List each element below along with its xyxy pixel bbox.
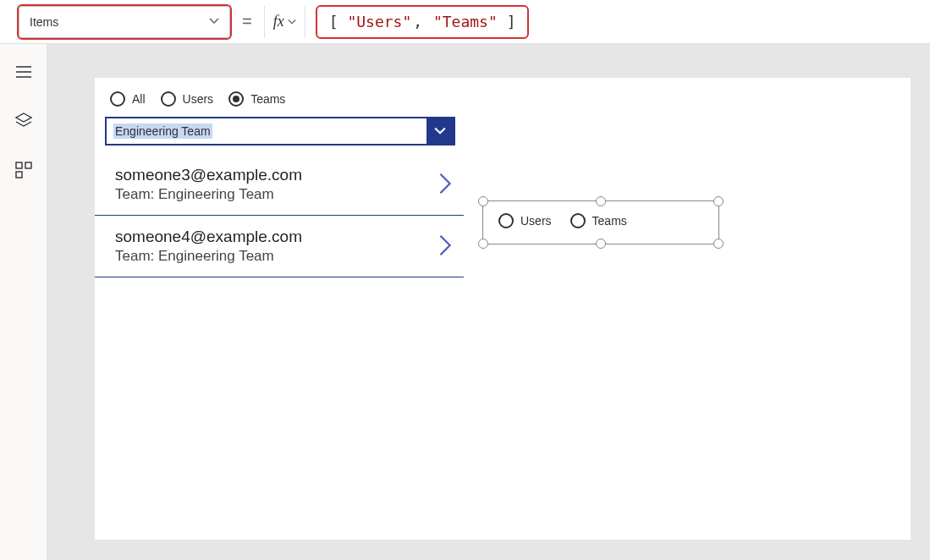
formula-input[interactable]: [ "Users" , "Teams" ]	[317, 7, 528, 37]
resize-handle[interactable]	[596, 196, 606, 206]
selected-radio-control[interactable]: Users Teams	[482, 200, 719, 244]
equals-sign: =	[242, 12, 252, 31]
chevron-down-icon	[426, 118, 454, 144]
radio-label: Users	[183, 92, 214, 106]
team-dropdown[interactable]: Engineering Team	[105, 117, 455, 145]
list-item[interactable]: someone3@example.com Team: Engineering T…	[95, 154, 464, 216]
radio-users[interactable]: Users	[161, 91, 214, 107]
formula-string: "Teams"	[433, 13, 498, 30]
list-item-primary: someone4@example.com	[115, 228, 302, 246]
workspace: All Users Teams Engineering Team	[0, 44, 930, 560]
property-selector[interactable]: Items	[19, 6, 230, 38]
radio-dot-icon	[161, 91, 176, 107]
resize-handle[interactable]	[713, 196, 724, 206]
radio-teams[interactable]: Teams	[228, 91, 285, 107]
layers-icon[interactable]	[14, 112, 33, 130]
results-list: someone3@example.com Team: Engineering T…	[95, 154, 464, 277]
resize-handle[interactable]	[713, 239, 724, 249]
canvas-wrap: All Users Teams Engineering Team	[47, 44, 930, 560]
radio-dot-icon	[110, 91, 125, 107]
radio-teams-design[interactable]: Teams	[570, 213, 627, 228]
list-item-secondary: Team: Engineering Team	[115, 186, 302, 203]
fx-button[interactable]: fx	[264, 6, 305, 38]
list-item-primary: someone3@example.com	[115, 166, 302, 184]
dropdown-value: Engineering Team	[107, 118, 426, 144]
hamburger-icon[interactable]	[14, 63, 33, 81]
resize-handle[interactable]	[478, 196, 488, 206]
radio-group-top: All Users Teams	[95, 78, 911, 107]
svg-rect-2	[16, 172, 22, 178]
property-selector-label: Items	[30, 15, 58, 29]
formula-string: "Users"	[347, 13, 411, 30]
formula-bracket-close: ]	[507, 13, 516, 30]
list-item-secondary: Team: Engineering Team	[115, 248, 302, 265]
left-rail	[0, 44, 47, 560]
formula-bracket-open: [	[329, 13, 338, 30]
chevron-down-icon	[209, 15, 219, 29]
radio-dot-icon	[228, 91, 244, 107]
svg-rect-0	[16, 162, 22, 168]
resize-handle[interactable]	[596, 239, 606, 249]
components-icon[interactable]	[14, 161, 33, 179]
radio-label: Teams	[250, 92, 285, 106]
svg-rect-1	[25, 162, 31, 168]
list-item[interactable]: someone4@example.com Team: Engineering T…	[95, 216, 464, 277]
dropdown-value-text: Engineering Team	[113, 124, 212, 139]
formula-bar: Items = fx [ "Users" , "Teams" ]	[0, 0, 930, 44]
radio-dot-icon	[498, 213, 514, 228]
chevron-right-icon	[437, 233, 454, 260]
radio-all[interactable]: All	[110, 91, 146, 107]
radio-users-design[interactable]: Users	[498, 213, 552, 228]
fx-label: fx	[273, 13, 284, 30]
app-canvas[interactable]: All Users Teams Engineering Team	[95, 78, 911, 540]
radio-label: Users	[520, 214, 552, 228]
radio-dot-icon	[570, 213, 586, 228]
radio-label: Teams	[592, 214, 627, 228]
chevron-right-icon	[437, 172, 454, 198]
radio-label: All	[132, 92, 146, 106]
chevron-down-icon	[288, 15, 296, 29]
resize-handle[interactable]	[478, 239, 488, 249]
formula-comma: ,	[413, 13, 422, 30]
